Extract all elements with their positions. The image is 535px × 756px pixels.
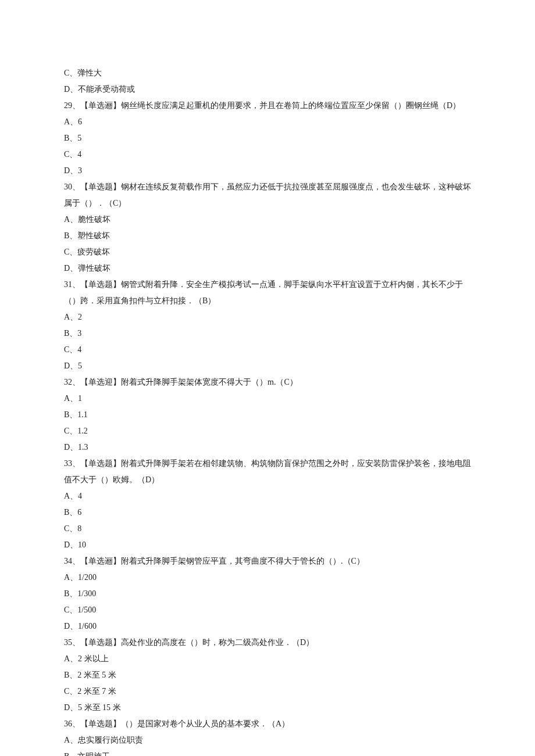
option-a: A、2 <box>64 309 471 325</box>
pre-options-block: C、弹性大 D、不能承受动荷或 <box>64 65 471 98</box>
option-a: A、脆性破坏 <box>64 212 471 228</box>
option-b: B、6 <box>64 504 471 521</box>
option-d: D、不能承受动荷或 <box>64 81 471 98</box>
question-30: 30、【单选题】钢材在连续反复荷载作用下，虽然应力还低于抗拉强度甚至屈服强度点，… <box>64 179 471 277</box>
option-b: B、1.1 <box>64 407 471 423</box>
option-c: C、4 <box>64 146 471 163</box>
question-36: 36、【单选题】（）是国家对卷个从业人员的基本要求．（A） A、忠实履行岗位职责… <box>64 716 471 756</box>
option-d: D、1/600 <box>64 618 471 635</box>
option-a: A、2 米以上 <box>64 651 471 667</box>
document-page: C、弹性大 D、不能承受动荷或 29、【单选逦】钢丝绳长度应满足起重机的使用要求… <box>0 0 535 756</box>
option-b: B、5 <box>64 130 471 146</box>
option-c: C、2 米至 7 米 <box>64 683 471 700</box>
option-a: A、忠实履行岗位职责 <box>64 732 471 748</box>
option-c: C、1.2 <box>64 423 471 439</box>
option-d: D、5 <box>64 358 471 374</box>
option-d: D、弹性破坏 <box>64 260 471 277</box>
question-29: 29、【单选逦】钢丝绳长度应满足起重机的使用要求，并且在卷筒上的终端位置应至少保… <box>64 98 471 179</box>
option-b: B、文明施工 <box>64 748 471 756</box>
question-33: 33、【单选题】附着式升降脚手架若在相邻建筑物、构筑物防盲保护范围之外时，应安装… <box>64 456 471 553</box>
option-a: A、4 <box>64 488 471 504</box>
option-a: A、6 <box>64 114 471 130</box>
question-text: 32、【单选迎】附着式升降脚手架架体宽度不得大于（）m.（C） <box>64 374 471 390</box>
question-32: 32、【单选迎】附着式升降脚手架架体宽度不得大于（）m.（C） A、1 B、1.… <box>64 374 471 456</box>
option-c: C、4 <box>64 342 471 358</box>
question-text: 31、【单选题】钢管式附着升降．安全生产模拟考试一点通．脚手架纵向水平杆宜设置于… <box>64 277 471 309</box>
option-b: B、2 米至 5 米 <box>64 667 471 683</box>
question-text: 34、【单选逦】附着式升降脚手架钢管应平直，其弯曲度不得大于管长的（）.（C） <box>64 553 471 569</box>
question-text: 36、【单选题】（）是国家对卷个从业人员的基本要求．（A） <box>64 716 471 732</box>
option-d: D、5 米至 15 米 <box>64 700 471 716</box>
option-d: D、10 <box>64 537 471 553</box>
option-c: C、弹性大 <box>64 65 471 81</box>
option-d: D、3 <box>64 163 471 179</box>
question-31: 31、【单选题】钢管式附着升降．安全生产模拟考试一点通．脚手架纵向水平杆宜设置于… <box>64 277 471 374</box>
question-text: 29、【单选逦】钢丝绳长度应满足起重机的使用要求，并且在卷筒上的终端位置应至少保… <box>64 98 471 114</box>
option-b: B、塑性破坏 <box>64 228 471 244</box>
question-text: 33、【单选题】附着式升降脚手架若在相邻建筑物、构筑物防盲保护范围之外时，应安装… <box>64 456 471 488</box>
question-35: 35、【单选题】高处作业的高度在（）时，称为二级高处作业．（D） A、2 米以上… <box>64 635 471 716</box>
question-text: 30、【单选题】钢材在连续反复荷载作用下，虽然应力还低于抗拉强度甚至屈服强度点，… <box>64 179 471 212</box>
question-text: 35、【单选题】高处作业的高度在（）时，称为二级高处作业．（D） <box>64 635 471 651</box>
option-c: C、1/500 <box>64 602 471 618</box>
option-c: C、8 <box>64 521 471 537</box>
option-c: C、疲劳破坏 <box>64 244 471 260</box>
option-a: A、1/200 <box>64 569 471 586</box>
option-a: A、1 <box>64 390 471 407</box>
question-34: 34、【单选逦】附着式升降脚手架钢管应平直，其弯曲度不得大于管长的（）.（C） … <box>64 553 471 635</box>
option-b: B、3 <box>64 325 471 342</box>
option-b: B、1/300 <box>64 586 471 602</box>
option-d: D、1.3 <box>64 439 471 456</box>
